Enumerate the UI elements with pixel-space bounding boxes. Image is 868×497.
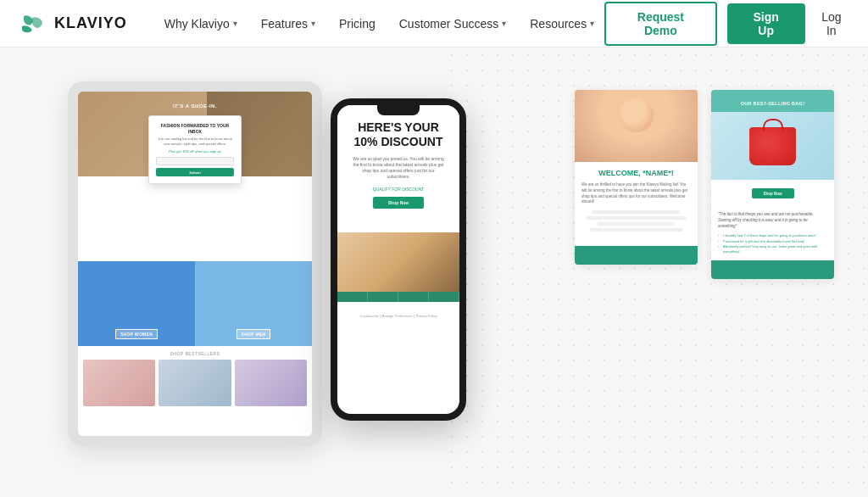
tablet-shop-men-label: SHOP MEN — [236, 329, 271, 339]
tablet-bestsellers-title: SHOP BESTSELLERS — [83, 351, 307, 356]
phone-cta-button[interactable]: Shop Now — [373, 197, 424, 209]
welcome-person-photo — [575, 90, 698, 162]
signup-button[interactable]: Sign Up — [727, 3, 805, 44]
tablet-shop-women-label: SHOP WOMEN — [115, 329, 158, 339]
product-card-cta[interactable]: Shop Now — [752, 188, 794, 198]
product-card-image — [711, 112, 834, 180]
phone-nav-strip — [337, 292, 459, 302]
nav-links: Why Klaviyo ▾ Features ▾ Pricing Custome… — [154, 10, 604, 37]
email-cards-container: WELCOME, *NAME*! We are so thrilled to h… — [575, 90, 834, 279]
tablet-popup-body: Join our mailing list and be the first t… — [156, 137, 234, 146]
navbar: KLAVIYO Why Klaviyo ▾ Features ▾ Pricing… — [0, 0, 868, 47]
product-card-footer — [711, 260, 834, 279]
chevron-down-icon: ▾ — [590, 19, 594, 28]
nav-item-resources[interactable]: Resources ▾ — [520, 10, 604, 37]
tablet-submit-label: Submit — [189, 170, 201, 175]
tablet-shop-women: SHOP WOMEN — [78, 261, 195, 346]
phone-nav-3 — [398, 292, 429, 302]
product-card-body: "The fact is that things you see and are… — [711, 207, 834, 260]
welcome-card-image — [575, 90, 698, 162]
product-review-text: "The fact is that things you see and are… — [718, 212, 827, 229]
tablet-screen: IT'S A SHOE-IN. FASHION FORWARDED TO YOU… — [78, 92, 312, 436]
welcome-card-footer — [575, 246, 698, 265]
product-card-header: OUR BEST-SELLING BAG! — [711, 90, 834, 112]
tablet-submit-button[interactable]: Submit — [156, 168, 234, 176]
bestseller-item-3 — [235, 360, 307, 406]
phone-discount-title: HERE'S YOUR 10% DISCOUNT — [346, 120, 451, 149]
phone-footer: Unsubscribe | Manage Preferences | Priva… — [337, 302, 459, 324]
nav-actions: Request Demo Sign Up Log In — [604, 2, 848, 46]
phone-device: HERE'S YOUR 10% DISCOUNT We are so glad … — [331, 98, 466, 421]
tablet-popup-link: Plus get 10% off when you sign up — [156, 149, 234, 154]
tablet-device: IT'S A SHOE-IN. FASHION FORWARDED TO YOU… — [68, 81, 322, 446]
logo-text: KLAVIYO — [54, 14, 127, 32]
hero-section: IT'S A SHOE-IN. FASHION FORWARDED TO YOU… — [0, 47, 868, 497]
nav-item-pricing[interactable]: Pricing — [329, 10, 386, 37]
nav-label-resources: Resources — [530, 17, 587, 31]
bestseller-item-1 — [83, 360, 155, 406]
bestseller-item-2 — [159, 360, 231, 406]
nav-label-pricing: Pricing — [339, 17, 376, 31]
tablet-shop-men: SHOP MEN — [195, 261, 312, 346]
phone-cta-label: Shop Now — [388, 200, 409, 205]
tablet-email-input[interactable] — [156, 157, 234, 165]
phone-qualify-link: QUALIFY FOR DISCOUNT — [346, 187, 451, 192]
product-card-cta-label: Shop Now — [764, 192, 782, 196]
tablet-bestsellers: SHOP BESTSELLERS — [78, 346, 312, 411]
welcome-card-body: WELCOME, *NAME*! We are so thrilled to h… — [575, 162, 698, 241]
phone-email-header: HERE'S YOUR 10% DISCOUNT We are so glad … — [337, 105, 459, 232]
nav-label-customer-success: Customer Success — [399, 17, 498, 31]
logo[interactable]: KLAVIYO — [20, 14, 127, 33]
welcome-face — [620, 98, 654, 132]
tablet-popup-title: FASHION FORWARDED TO YOUR INBOX — [156, 123, 234, 134]
tablet-popup: FASHION FORWARDED TO YOUR INBOX Join our… — [148, 115, 242, 184]
chevron-down-icon: ▾ — [311, 19, 315, 28]
product-email-card: OUR BEST-SELLING BAG! Shop Now "The fact… — [711, 90, 834, 279]
product-bullet-3: Absolutely perfect! Very easy to use, lo… — [718, 244, 827, 255]
welcome-card-title: WELCOME, *NAME*! — [581, 169, 691, 177]
phone-nav-2 — [368, 292, 398, 302]
request-demo-button[interactable]: Request Demo — [604, 2, 716, 46]
phone-notch — [377, 105, 420, 115]
phone-nav-4 — [429, 292, 459, 302]
product-card-header-text: OUR BEST-SELLING BAG! — [741, 101, 805, 106]
chevron-down-icon: ▾ — [233, 19, 237, 28]
tablet-frame: IT'S A SHOE-IN. FASHION FORWARDED TO YOU… — [68, 81, 322, 446]
nav-item-features[interactable]: Features ▾ — [251, 10, 326, 37]
phone-nav-1 — [337, 292, 368, 302]
phone-footer-text: Unsubscribe | Manage Preferences | Priva… — [360, 314, 437, 318]
tablet-hero-text: IT'S A SHOE-IN. — [173, 103, 217, 109]
product-bag-image — [749, 127, 796, 165]
chevron-down-icon: ▾ — [502, 19, 506, 28]
tablet-bestsellers-grid — [83, 360, 307, 406]
nav-item-why-klaviyo[interactable]: Why Klaviyo ▾ — [154, 10, 248, 37]
nav-label-features: Features — [261, 17, 308, 31]
tablet-product-grid: SHOP WOMEN SHOP MEN — [78, 261, 312, 346]
phone-product-image — [337, 232, 459, 292]
phone-frame: HERE'S YOUR 10% DISCOUNT We are so glad … — [331, 98, 466, 421]
welcome-card-text: We are so thrilled to have you join the … — [581, 182, 691, 205]
product-bullets: I already had 3 of these bags and I'm go… — [718, 233, 827, 255]
welcome-email-card: WELCOME, *NAME*! We are so thrilled to h… — [575, 90, 698, 265]
klaviyo-logo-icon — [20, 14, 47, 33]
nav-item-customer-success[interactable]: Customer Success ▾ — [389, 10, 516, 37]
nav-label-why-klaviyo: Why Klaviyo — [164, 17, 230, 31]
phone-email-body: We are so glad you joined us. You will b… — [346, 156, 451, 180]
login-button[interactable]: Log In — [815, 10, 848, 37]
phone-screen: HERE'S YOUR 10% DISCOUNT We are so glad … — [337, 105, 459, 414]
